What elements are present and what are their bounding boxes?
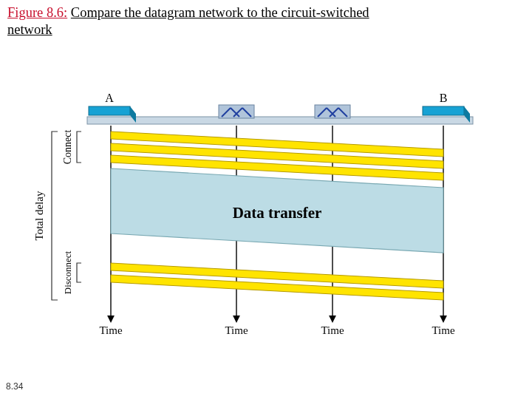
disconnect-bands xyxy=(111,263,443,300)
time-label-2: Time xyxy=(225,324,248,336)
top-rail xyxy=(87,117,473,124)
time-label-3: Time xyxy=(321,324,344,336)
figure-caption-1: Compare the datagram network to the circ… xyxy=(71,5,369,20)
network-delay-diagram: A B xyxy=(0,74,532,355)
host-b-label: B xyxy=(440,92,448,104)
time-label-4: Time xyxy=(432,324,454,336)
router-2-icon xyxy=(315,105,350,118)
host-a-label: A xyxy=(105,92,114,104)
svg-rect-7 xyxy=(315,105,350,118)
label-connect: Connect xyxy=(62,130,73,165)
bracket-total xyxy=(52,132,58,300)
label-disconnect: Disconnect xyxy=(62,250,73,294)
time-label-1: Time xyxy=(99,324,122,336)
figure-label: Figure 8.6: xyxy=(7,5,67,20)
page-number: 8.34 xyxy=(6,381,23,392)
svg-rect-1 xyxy=(89,106,130,115)
figure-caption-2: network xyxy=(7,22,52,37)
figure-title: Figure 8.6: Compare the datagram network… xyxy=(7,4,510,38)
bracket-connect xyxy=(77,132,81,163)
router-1-icon xyxy=(219,105,254,118)
bracket-disconnect xyxy=(77,263,81,282)
svg-rect-4 xyxy=(423,106,464,115)
svg-rect-6 xyxy=(219,105,254,118)
label-total-delay: Total delay xyxy=(33,191,45,240)
data-transfer-label: Data transfer xyxy=(233,204,322,222)
